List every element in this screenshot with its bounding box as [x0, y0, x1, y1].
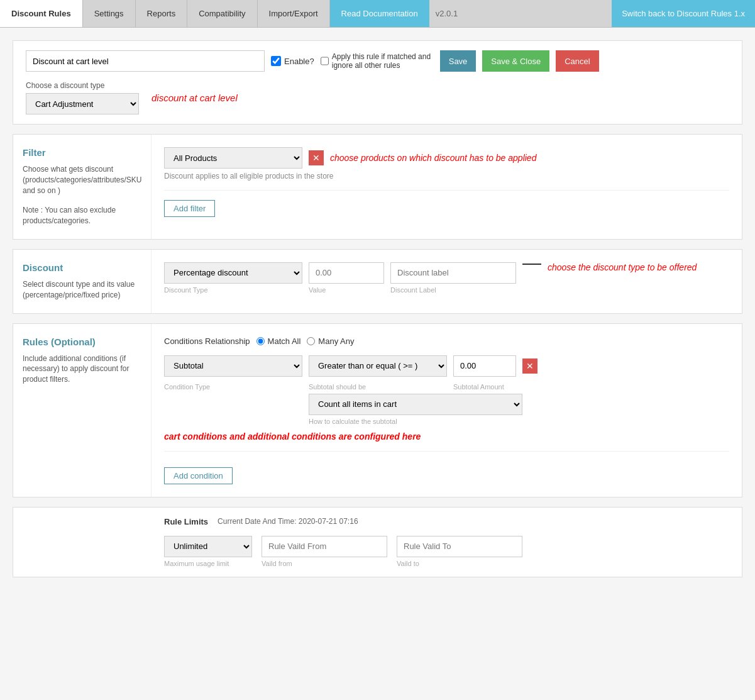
rules-sidebar: Rules (Optional) Include additional cond… — [13, 324, 152, 497]
enable-checkbox[interactable] — [271, 56, 281, 66]
discount-value-label: Value — [309, 286, 384, 294]
condition-value-input[interactable] — [453, 355, 516, 377]
apply-rule-label: Apply this rule if matched and ignore al… — [332, 52, 434, 70]
many-any-label: Many Any — [318, 336, 354, 346]
condition-operator-label: Subtotal should be — [309, 383, 447, 391]
condition-remove-button[interactable]: ✕ — [522, 358, 537, 374]
discount-label-input[interactable] — [390, 262, 516, 284]
condition-row: Subtotal Total Quantity Total Weight Cus… — [164, 355, 729, 377]
rule-limits-section: Rule Limits Current Date And Time: 2020-… — [13, 507, 742, 577]
tab-settings[interactable]: Settings — [83, 0, 136, 27]
filter-sidebar: Filter Choose what gets discount (produc… — [13, 135, 152, 239]
cancel-button[interactable]: Cancel — [556, 50, 598, 72]
apply-rule-area: Apply this rule if matched and ignore al… — [321, 52, 434, 70]
main-content: Enable? Apply this rule if matched and i… — [0, 28, 755, 700]
filter-body: All Products Specific Products Specific … — [152, 135, 742, 239]
limit-label: Maximum usage limit — [164, 560, 252, 567]
rules-body: Conditions Relationship Match All Many A… — [152, 324, 742, 497]
discount-type-main-select[interactable]: Percentage discount Fixed Price Fixed Am… — [164, 262, 302, 284]
discount-type-label: Choose a discount type — [26, 81, 139, 90]
rules-section: Rules (Optional) Include additional cond… — [13, 323, 742, 497]
discount-value-input[interactable] — [309, 262, 384, 284]
from-input[interactable] — [262, 536, 387, 557]
discount-description: Select discount type and its value (perc… — [23, 279, 141, 301]
enable-label: Enable? — [284, 57, 314, 66]
from-label: Vaild from — [262, 560, 387, 567]
tab-import-export[interactable]: Import/Export — [258, 0, 330, 27]
discount-type-col: Percentage discount Fixed Price Fixed Am… — [164, 262, 302, 294]
filter-note: Note : You can also exclude products/cat… — [23, 205, 141, 226]
discount-label-label: Discount Label — [390, 286, 516, 294]
discount-body: Percentage discount Fixed Price Fixed Am… — [152, 250, 742, 313]
filter-annotation: choose products on which discount has to… — [330, 153, 536, 163]
limit-col: Unlimited Limited Maximum usage limit — [164, 536, 252, 567]
filter-note-text: Discount applies to all eligible product… — [164, 172, 729, 181]
tab-compatibility[interactable]: Compatibility — [187, 0, 257, 27]
apply-rule-checkbox[interactable] — [321, 56, 329, 66]
rule-limits-date: Current Date And Time: 2020-07-21 07:16 — [218, 517, 358, 526]
rule-limits-title: Rule Limits — [164, 517, 208, 526]
rule-limits-row: Unlimited Limited Maximum usage limit Va… — [164, 536, 729, 567]
filter-select[interactable]: All Products Specific Products Specific … — [164, 147, 302, 169]
limit-select[interactable]: Unlimited Limited — [164, 536, 252, 557]
filter-description: Choose what gets discount (products/cate… — [23, 164, 141, 196]
rules-title: Rules (Optional) — [23, 336, 141, 347]
filter-title: Filter — [23, 147, 141, 158]
discount-title: Discount — [23, 262, 141, 273]
to-input[interactable] — [397, 536, 522, 557]
condition-value-label: Subtotal Amount — [453, 383, 516, 391]
conditions-relationship-label: Conditions Relationship — [164, 336, 250, 346]
discount-value-col: Value — [309, 262, 384, 294]
many-any-radio[interactable] — [307, 337, 315, 345]
condition-type-select[interactable]: Subtotal Total Quantity Total Weight Cus… — [164, 355, 302, 377]
save-close-button[interactable]: Save & Close — [482, 50, 549, 72]
from-col: Vaild from — [262, 536, 387, 567]
version-label: v2.0.1 — [429, 9, 464, 18]
rule-name-input[interactable] — [26, 50, 265, 72]
save-button[interactable]: Save — [440, 50, 477, 72]
tab-bar: Discount Rules Settings Reports Compatib… — [0, 0, 755, 28]
enable-area: Enable? — [271, 56, 314, 66]
filter-section: Filter Choose what gets discount (produc… — [13, 134, 742, 240]
header-section: Enable? Apply this rule if matched and i… — [13, 40, 742, 125]
add-condition-button[interactable]: Add condition — [164, 467, 233, 484]
rules-annotation: cart conditions and additional condition… — [164, 431, 729, 442]
discount-label-col: Discount Label — [390, 262, 516, 294]
discount-type-select[interactable]: Cart Adjustment Product Discount Buy X G… — [26, 93, 139, 114]
discount-sidebar: Discount Select discount type and its va… — [13, 250, 152, 313]
rule-limits-header: Rule Limits Current Date And Time: 2020-… — [164, 517, 729, 526]
discount-row: Percentage discount Fixed Price Fixed Am… — [164, 262, 729, 294]
match-all-radio[interactable] — [256, 337, 265, 345]
read-documentation-button[interactable]: Read Documentation — [330, 0, 429, 27]
conditions-relationship: Conditions Relationship Match All Many A… — [164, 336, 729, 346]
match-all-label: Match All — [268, 336, 301, 346]
rule-limits-body: Rule Limits Current Date And Time: 2020-… — [152, 508, 742, 577]
add-filter-button[interactable]: Add filter — [164, 200, 215, 217]
tab-reports[interactable]: Reports — [136, 0, 188, 27]
to-label: Vaild to — [397, 560, 522, 567]
discount-type-col-label: Discount Type — [164, 286, 302, 294]
subtotal-calc-select[interactable]: Count all items in cart Count unique ite… — [309, 394, 522, 415]
discount-annotation: choose the discount type to be offered — [548, 262, 697, 272]
rules-description: Include additional conditions (if necess… — [23, 353, 141, 385]
subtotal-calc-label: How to calculate the subtotal — [309, 418, 729, 425]
filter-row: All Products Specific Products Specific … — [164, 147, 729, 169]
discount-type-annotation: discount at cart level — [152, 92, 238, 103]
filter-remove-button[interactable]: ✕ — [309, 150, 324, 165]
discount-section: Discount Select discount type and its va… — [13, 249, 742, 314]
tab-discount-rules[interactable]: Discount Rules — [0, 0, 83, 27]
many-any-radio-group: Many Any — [307, 336, 354, 346]
to-col: Vaild to — [397, 536, 522, 567]
match-all-radio-group: Match All — [256, 336, 301, 346]
condition-operator-select[interactable]: Greater than or equal ( >= ) Less than (… — [309, 355, 447, 377]
condition-type-label: Condition Type — [164, 383, 302, 391]
switch-back-button[interactable]: Switch back to Discount Rules 1.x — [612, 0, 755, 27]
discount-annotation-wrapper: choose the discount type to be offered — [522, 262, 697, 272]
